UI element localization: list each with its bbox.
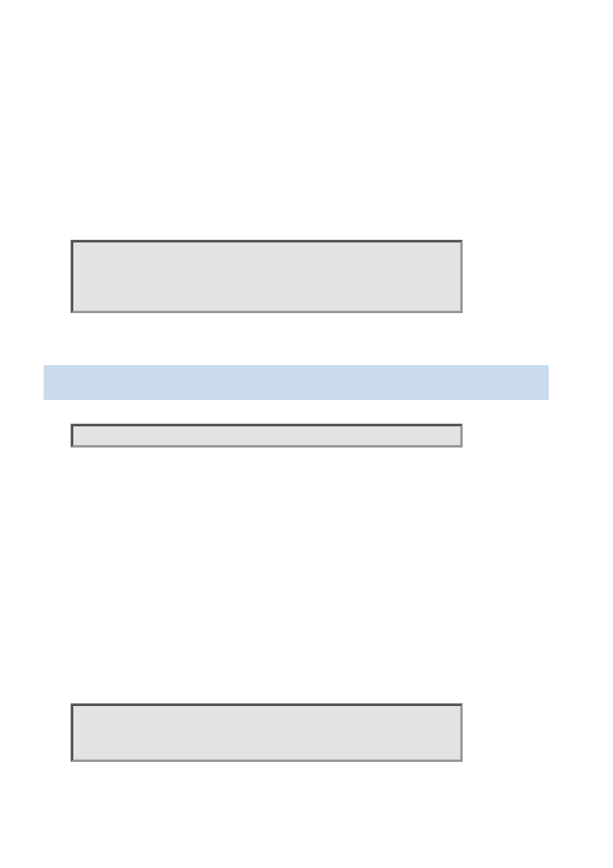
document-page — [0, 0, 613, 868]
inset-panel-2 — [71, 424, 463, 448]
inset-panel-1 — [71, 240, 463, 313]
inset-panel-3 — [71, 703, 463, 762]
highlight-band — [44, 365, 549, 400]
